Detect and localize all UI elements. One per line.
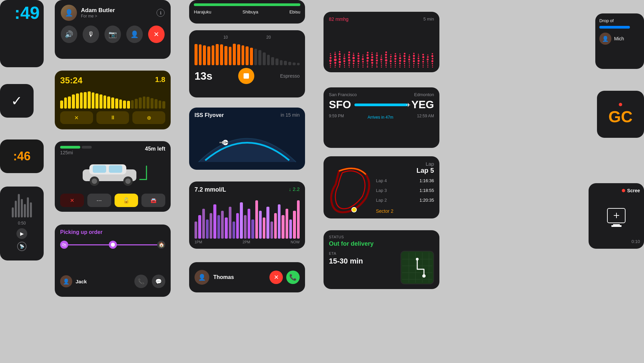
info-icon[interactable]: ℹ <box>157 9 165 17</box>
origin-time: 9:59 PM <box>329 114 344 120</box>
order-person-avatar: 👤 <box>60 275 72 287</box>
heart-dot <box>385 54 387 56</box>
glucose-bar <box>240 202 243 239</box>
heart-dot <box>339 53 341 55</box>
heart-dot <box>409 67 410 68</box>
espresso-bar <box>233 44 236 65</box>
glucose-bar <box>293 211 296 239</box>
heart-dot <box>339 51 340 52</box>
broadcast-icon: 📡 <box>17 242 27 251</box>
sector-label: Sector 2 <box>376 208 434 214</box>
heart-dot <box>399 67 400 68</box>
glucose-bar <box>232 221 235 239</box>
heart-dot <box>432 67 433 68</box>
heart-dot <box>427 65 428 66</box>
fuel-bar-gray <box>82 146 92 149</box>
mute-button[interactable]: 🎙 <box>83 26 99 43</box>
heart-dot <box>390 56 392 57</box>
heart-dot-column <box>417 54 420 68</box>
close-podcast-button[interactable]: ✕ <box>60 111 93 124</box>
svg-point-24 <box>416 258 419 260</box>
heart-dot <box>334 53 336 55</box>
heart-dot <box>418 54 419 55</box>
heart-dot <box>348 65 350 66</box>
heart-dot <box>358 53 359 54</box>
order-call-button[interactable]: 📞 <box>134 275 148 288</box>
heart-dot <box>385 59 387 62</box>
svg-point-5 <box>92 178 97 184</box>
lap-3-row: Lap 3 1:18:55 <box>376 188 434 193</box>
heart-dot <box>348 51 350 53</box>
target-podcast-button[interactable]: ⊕ <box>132 111 165 124</box>
order-step-2 <box>109 241 117 249</box>
car-image-area <box>60 155 165 190</box>
heart-rate-widget: 82 mmhg 5 min <box>324 12 439 72</box>
heart-dot <box>330 63 331 64</box>
order-step-1: 🛍 <box>60 241 68 249</box>
espresso-stop-button[interactable] <box>238 68 254 84</box>
heart-dot <box>418 55 419 57</box>
heart-dot <box>385 51 387 53</box>
espresso-label: Espresso <box>280 73 300 79</box>
svg-rect-13 <box>225 142 228 143</box>
pause-podcast-button[interactable]: ⏸ <box>96 111 129 124</box>
end-call-button[interactable]: ✕ <box>148 26 165 43</box>
heart-dot <box>399 55 401 56</box>
play-button[interactable]: ▶ <box>16 228 27 239</box>
heart-dot <box>357 55 359 57</box>
espresso-bar <box>195 44 198 65</box>
order-message-button[interactable]: 💬 <box>152 275 165 288</box>
glucose-times: 1PM 2PM NOW <box>195 240 300 244</box>
svg-rect-12 <box>219 142 222 143</box>
heart-dot <box>335 67 336 68</box>
heart-dot <box>394 61 396 62</box>
car-graphic <box>76 159 150 186</box>
thomas-decline-button[interactable]: ✕ <box>269 271 283 284</box>
glucose-widget: 7.2 mmol/L ↓ 2.2 1PM 2PM NOW <box>189 182 305 249</box>
glucose-bar <box>274 213 277 239</box>
dropoff-widget: Drop of 👤 Mich <box>595 13 644 69</box>
heart-dot <box>353 67 354 68</box>
glucose-bar <box>259 211 262 239</box>
speaker-button[interactable]: 🔊 <box>61 26 77 43</box>
espresso-bar <box>199 44 202 65</box>
heart-dot <box>357 60 359 62</box>
espresso-bar <box>297 63 300 65</box>
contacts-button[interactable]: 👤 <box>126 26 143 43</box>
heart-dot <box>344 55 345 57</box>
glucose-bar <box>195 221 197 239</box>
heart-dot <box>353 54 354 56</box>
train-progress-bar <box>194 3 300 6</box>
glucose-bar <box>263 217 265 239</box>
delivery-map <box>400 251 434 284</box>
heart-dot <box>381 67 382 68</box>
car-lock-button[interactable]: 🔓 <box>115 194 138 207</box>
podcast-bar <box>123 100 126 109</box>
heart-dot <box>381 61 382 63</box>
heart-dot <box>362 61 364 63</box>
podcast-bar <box>115 98 118 109</box>
podcast-time: 35:24 <box>60 75 83 86</box>
espresso-bar <box>237 44 240 65</box>
car-park-button[interactable]: 🚘 <box>141 194 165 207</box>
heart-dot <box>432 63 433 64</box>
heart-dot-column <box>380 55 383 68</box>
heart-dot <box>418 60 420 62</box>
heart-dot <box>330 55 331 56</box>
heart-dot <box>413 53 415 54</box>
order-line-1 <box>68 244 109 245</box>
espresso-time: 13s <box>195 70 212 82</box>
heart-dot <box>376 54 378 56</box>
car-close-button[interactable]: ✕ <box>60 194 84 207</box>
heart-dot <box>344 65 345 66</box>
heart-dot <box>372 65 373 66</box>
status-label: STATUS <box>329 235 396 239</box>
station-2: Shibuya <box>243 9 258 14</box>
heart-dot-column <box>361 54 364 68</box>
car-share-button[interactable]: ⋯ <box>87 194 111 207</box>
espresso-bar <box>284 61 287 65</box>
video-button[interactable]: 📷 <box>104 26 121 43</box>
podcast-bar <box>146 97 149 109</box>
thomas-accept-button[interactable]: 📞 <box>286 271 300 284</box>
heart-dot <box>413 63 415 64</box>
